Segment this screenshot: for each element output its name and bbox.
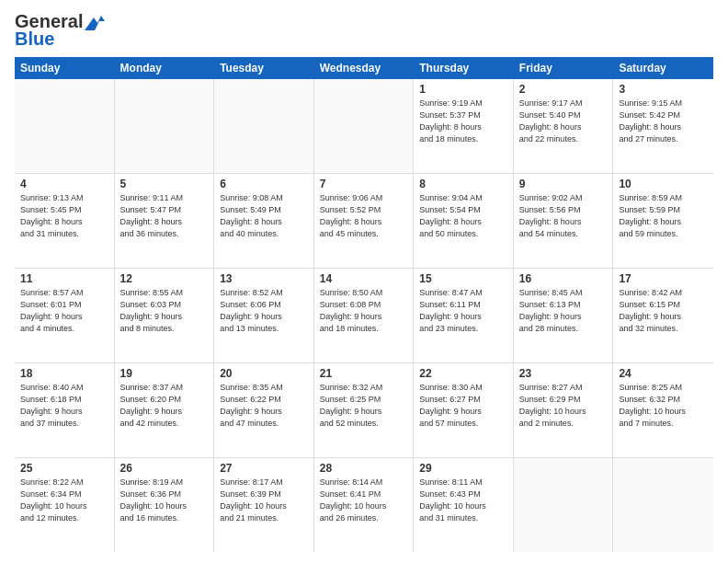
cal-cell-3-4: 22Sunrise: 8:30 AM Sunset: 6:27 PM Dayli… xyxy=(414,363,514,457)
day-number: 11 xyxy=(20,272,108,285)
cell-info: Sunrise: 8:57 AM Sunset: 6:01 PM Dayligh… xyxy=(20,287,108,335)
day-number: 20 xyxy=(220,367,308,380)
cal-cell-1-6: 10Sunrise: 8:59 AM Sunset: 5:59 PM Dayli… xyxy=(613,174,713,268)
cell-info: Sunrise: 8:37 AM Sunset: 6:20 PM Dayligh… xyxy=(120,382,209,430)
week-row-2: 11Sunrise: 8:57 AM Sunset: 6:01 PM Dayli… xyxy=(15,269,713,363)
calendar: SundayMondayTuesdayWednesdayThursdayFrid… xyxy=(15,57,713,552)
day-number: 18 xyxy=(20,367,108,380)
cell-info: Sunrise: 9:17 AM Sunset: 5:40 PM Dayligh… xyxy=(519,98,608,145)
day-number: 22 xyxy=(419,367,507,380)
day-number: 4 xyxy=(20,178,108,190)
page: General Blue SundayMondayTuesdayWednesda… xyxy=(0,0,728,563)
svg-marker-0 xyxy=(85,16,105,30)
cal-cell-3-1: 19Sunrise: 8:37 AM Sunset: 6:20 PM Dayli… xyxy=(115,363,215,457)
cell-info: Sunrise: 8:32 AM Sunset: 6:25 PM Dayligh… xyxy=(320,382,408,430)
cell-info: Sunrise: 9:06 AM Sunset: 5:52 PM Dayligh… xyxy=(320,192,408,240)
day-number: 6 xyxy=(220,178,308,190)
day-number: 26 xyxy=(120,462,209,475)
cal-cell-0-1 xyxy=(115,79,215,173)
col-header-thursday: Thursday xyxy=(414,57,514,79)
cell-info: Sunrise: 8:35 AM Sunset: 6:22 PM Dayligh… xyxy=(220,382,308,430)
cell-info: Sunrise: 8:27 AM Sunset: 6:29 PM Dayligh… xyxy=(519,382,608,430)
day-number: 23 xyxy=(519,367,608,380)
calendar-body: 1Sunrise: 9:19 AM Sunset: 5:37 PM Daylig… xyxy=(15,79,713,552)
cal-cell-0-0 xyxy=(15,79,115,173)
day-number: 21 xyxy=(320,367,408,380)
cal-cell-4-0: 25Sunrise: 8:22 AM Sunset: 6:34 PM Dayli… xyxy=(15,458,115,552)
cell-info: Sunrise: 8:11 AM Sunset: 6:43 PM Dayligh… xyxy=(419,477,507,524)
cell-info: Sunrise: 8:25 AM Sunset: 6:32 PM Dayligh… xyxy=(619,382,708,430)
cal-cell-2-3: 14Sunrise: 8:50 AM Sunset: 6:08 PM Dayli… xyxy=(314,269,415,362)
cal-cell-0-3 xyxy=(314,79,415,173)
day-number: 24 xyxy=(619,367,708,380)
cell-info: Sunrise: 8:59 AM Sunset: 5:59 PM Dayligh… xyxy=(619,192,708,240)
cal-cell-3-3: 21Sunrise: 8:32 AM Sunset: 6:25 PM Dayli… xyxy=(314,363,415,457)
cal-cell-1-2: 6Sunrise: 9:08 AM Sunset: 5:49 PM Daylig… xyxy=(214,174,314,268)
cell-info: Sunrise: 8:17 AM Sunset: 6:39 PM Dayligh… xyxy=(220,477,308,524)
cal-cell-0-2 xyxy=(214,79,314,173)
day-number: 7 xyxy=(320,178,408,190)
col-header-friday: Friday xyxy=(514,57,614,79)
cell-info: Sunrise: 8:55 AM Sunset: 6:03 PM Dayligh… xyxy=(120,287,209,335)
day-number: 10 xyxy=(619,178,708,190)
calendar-header: SundayMondayTuesdayWednesdayThursdayFrid… xyxy=(15,57,713,79)
day-number: 2 xyxy=(519,83,608,96)
cal-cell-2-4: 15Sunrise: 8:47 AM Sunset: 6:11 PM Dayli… xyxy=(414,269,514,362)
cal-cell-3-5: 23Sunrise: 8:27 AM Sunset: 6:29 PM Dayli… xyxy=(514,363,614,457)
cal-cell-3-0: 18Sunrise: 8:40 AM Sunset: 6:18 PM Dayli… xyxy=(15,363,115,457)
cell-info: Sunrise: 8:45 AM Sunset: 6:13 PM Dayligh… xyxy=(519,287,608,335)
cal-cell-4-2: 27Sunrise: 8:17 AM Sunset: 6:39 PM Dayli… xyxy=(214,458,314,552)
cell-info: Sunrise: 9:11 AM Sunset: 5:47 PM Dayligh… xyxy=(120,192,209,240)
cal-cell-4-4: 29Sunrise: 8:11 AM Sunset: 6:43 PM Dayli… xyxy=(414,458,514,552)
cell-info: Sunrise: 8:40 AM Sunset: 6:18 PM Dayligh… xyxy=(20,382,108,430)
day-number: 17 xyxy=(619,272,708,285)
col-header-saturday: Saturday xyxy=(613,57,713,79)
cell-info: Sunrise: 8:47 AM Sunset: 6:11 PM Dayligh… xyxy=(419,287,507,335)
cal-cell-0-5: 2Sunrise: 9:17 AM Sunset: 5:40 PM Daylig… xyxy=(514,79,614,173)
week-row-3: 18Sunrise: 8:40 AM Sunset: 6:18 PM Dayli… xyxy=(15,363,713,458)
logo-blue-text: Blue xyxy=(15,29,54,50)
cal-cell-4-6 xyxy=(613,458,713,552)
cell-info: Sunrise: 8:52 AM Sunset: 6:06 PM Dayligh… xyxy=(220,287,308,335)
day-number: 27 xyxy=(220,462,308,475)
cal-cell-3-6: 24Sunrise: 8:25 AM Sunset: 6:32 PM Dayli… xyxy=(613,363,713,457)
day-number: 25 xyxy=(20,462,108,475)
header: General Blue xyxy=(15,11,713,50)
cell-info: Sunrise: 8:50 AM Sunset: 6:08 PM Dayligh… xyxy=(320,287,408,335)
cal-cell-1-3: 7Sunrise: 9:06 AM Sunset: 5:52 PM Daylig… xyxy=(314,174,415,268)
cell-info: Sunrise: 9:19 AM Sunset: 5:37 PM Dayligh… xyxy=(419,98,507,145)
cal-cell-4-1: 26Sunrise: 8:19 AM Sunset: 6:36 PM Dayli… xyxy=(115,458,215,552)
cal-cell-2-2: 13Sunrise: 8:52 AM Sunset: 6:06 PM Dayli… xyxy=(214,269,314,362)
cell-info: Sunrise: 9:15 AM Sunset: 5:42 PM Dayligh… xyxy=(619,98,708,145)
cal-cell-3-2: 20Sunrise: 8:35 AM Sunset: 6:22 PM Dayli… xyxy=(214,363,314,457)
cell-info: Sunrise: 8:30 AM Sunset: 6:27 PM Dayligh… xyxy=(419,382,507,430)
cal-cell-2-6: 17Sunrise: 8:42 AM Sunset: 6:15 PM Dayli… xyxy=(613,269,713,362)
col-header-sunday: Sunday xyxy=(15,57,115,79)
cell-info: Sunrise: 9:04 AM Sunset: 5:54 PM Dayligh… xyxy=(419,192,507,240)
day-number: 13 xyxy=(220,272,308,285)
logo: General Blue xyxy=(15,11,105,50)
day-number: 19 xyxy=(120,367,209,380)
day-number: 29 xyxy=(419,462,507,475)
week-row-4: 25Sunrise: 8:22 AM Sunset: 6:34 PM Dayli… xyxy=(15,458,713,552)
cal-cell-0-6: 3Sunrise: 9:15 AM Sunset: 5:42 PM Daylig… xyxy=(613,79,713,173)
cal-cell-1-5: 9Sunrise: 9:02 AM Sunset: 5:56 PM Daylig… xyxy=(514,174,614,268)
day-number: 12 xyxy=(120,272,209,285)
col-header-tuesday: Tuesday xyxy=(214,57,314,79)
day-number: 28 xyxy=(320,462,408,475)
col-header-wednesday: Wednesday xyxy=(314,57,415,79)
day-number: 5 xyxy=(120,178,209,190)
cal-cell-2-1: 12Sunrise: 8:55 AM Sunset: 6:03 PM Dayli… xyxy=(115,269,215,362)
cell-info: Sunrise: 8:42 AM Sunset: 6:15 PM Dayligh… xyxy=(619,287,708,335)
logo-bird-icon xyxy=(85,14,105,30)
cell-info: Sunrise: 9:08 AM Sunset: 5:49 PM Dayligh… xyxy=(220,192,308,240)
cal-cell-0-4: 1Sunrise: 9:19 AM Sunset: 5:37 PM Daylig… xyxy=(414,79,514,173)
cell-info: Sunrise: 8:19 AM Sunset: 6:36 PM Dayligh… xyxy=(120,477,209,524)
cell-info: Sunrise: 9:02 AM Sunset: 5:56 PM Dayligh… xyxy=(519,192,608,240)
day-number: 16 xyxy=(519,272,608,285)
day-number: 15 xyxy=(419,272,507,285)
col-header-monday: Monday xyxy=(115,57,215,79)
cal-cell-4-5 xyxy=(514,458,614,552)
cal-cell-1-1: 5Sunrise: 9:11 AM Sunset: 5:47 PM Daylig… xyxy=(115,174,215,268)
cal-cell-4-3: 28Sunrise: 8:14 AM Sunset: 6:41 PM Dayli… xyxy=(314,458,415,552)
